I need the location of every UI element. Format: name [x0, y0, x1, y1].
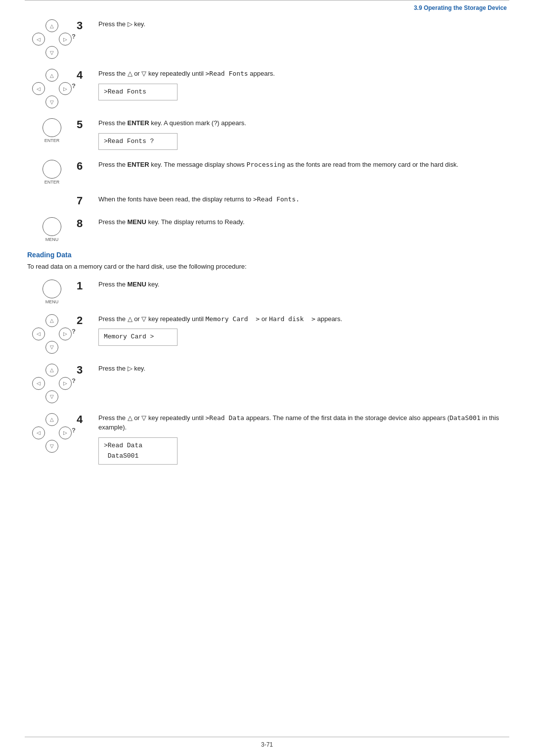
- step-content-r3: Press the ▷ key.: [98, 363, 507, 377]
- display-box-r2: Memory Card >: [98, 329, 178, 346]
- step-number-3: 3: [77, 19, 94, 32]
- enter-key-6: ENTER: [43, 160, 61, 185]
- dpad-icon-r3: △ ◁ ▷ ▽ ?: [32, 364, 72, 403]
- dpad-question-mark: ?: [72, 33, 76, 40]
- step-text-r2: Press the △ or ▽ key repeatedly until Me…: [98, 314, 507, 324]
- dpad-right-btn-4: ▷: [59, 82, 72, 95]
- step-text-6: Press the ENTER key. The message display…: [98, 160, 507, 170]
- step-row-8: MENU 8 Press the MENU key. The display r…: [27, 216, 507, 242]
- enter-btn-5: [43, 118, 61, 137]
- dpad-right-btn: ▷: [59, 33, 72, 46]
- dpad-up-btn-r3: △: [45, 364, 58, 377]
- dpad-down-btn-r2: ▽: [45, 341, 58, 354]
- dpad-down-btn-r4: ▽: [45, 440, 58, 453]
- step-number-8: 8: [77, 217, 94, 230]
- key-diagram-dpad-r2: △ ◁ ▷ ▽ ?: [27, 313, 77, 354]
- step-text-r4: Press the △ or ▽ key repeatedly until >R…: [98, 413, 507, 432]
- step-row-r3: △ ◁ ▷ ▽ ? 3 Press the ▷ key.: [27, 363, 507, 403]
- page: 3.9 Operating the Storage Device △ ◁ ▷ ▽…: [0, 0, 534, 756]
- step-content-r1: Press the MENU key.: [98, 279, 507, 292]
- step-content-r2: Press the △ or ▽ key repeatedly until Me…: [98, 313, 507, 346]
- enter-label-5: ENTER: [44, 138, 60, 143]
- step-content-5: Press the ENTER key. A question mark (?)…: [98, 117, 507, 150]
- key-diagram-dpad-3: △ ◁ ▷ ▽ ?: [27, 18, 77, 59]
- key-diagram-dpad-4: △ ◁ ▷ ▽ ?: [27, 68, 77, 108]
- dpad-question-mark-r4: ?: [72, 426, 76, 434]
- enter-label-6: ENTER: [44, 180, 60, 185]
- dpad-left-btn-r4: ◁: [32, 426, 45, 439]
- page-number: 3-71: [0, 741, 534, 748]
- bottom-rule: [25, 737, 509, 737]
- step-number-r2: 2: [77, 314, 94, 327]
- dpad-right-btn-r4: ▷: [59, 426, 72, 439]
- step-number-5: 5: [77, 118, 94, 131]
- key-diagram-menu-r1: MENU: [27, 279, 77, 304]
- step-content-6: Press the ENTER key. The message display…: [98, 159, 507, 173]
- step-text-r1: Press the MENU key.: [98, 280, 507, 289]
- step-row-5: ENTER 5 Press the ENTER key. A question …: [27, 117, 507, 150]
- step-text-3: Press the ▷ key.: [98, 19, 507, 29]
- dpad-up-btn: △: [45, 19, 58, 32]
- display-box-5: >Read Fonts ?: [98, 133, 178, 150]
- dpad-icon-r4: △ ◁ ▷ ▽ ?: [32, 413, 72, 453]
- dpad-icon-r2: △ ◁ ▷ ▽ ?: [32, 314, 72, 354]
- key-diagram-dpad-r3: △ ◁ ▷ ▽ ?: [27, 363, 77, 403]
- key-diagram-empty-7: [27, 193, 77, 194]
- step-content-r4: Press the △ or ▽ key repeatedly until >R…: [98, 412, 507, 465]
- key-diagram-enter-6: ENTER: [27, 159, 77, 185]
- step-row-r1: MENU 1 Press the MENU key.: [27, 279, 507, 304]
- dpad-left-btn-r3: ◁: [32, 377, 45, 390]
- dpad-left-btn-r2: ◁: [32, 328, 45, 340]
- step-row-r2: △ ◁ ▷ ▽ ? 2 Press the △ or ▽ key repeate…: [27, 313, 507, 354]
- step-number-4: 4: [77, 69, 94, 82]
- key-diagram-menu-8: MENU: [27, 216, 77, 242]
- menu-key-8: MENU: [43, 217, 61, 242]
- step-number-6: 6: [77, 160, 94, 173]
- dpad-down-btn: ▽: [45, 46, 58, 59]
- dpad-left-btn: ◁: [32, 33, 45, 46]
- step-row-r4: △ ◁ ▷ ▽ ? 4 Press the △ or ▽ key repeate…: [27, 412, 507, 465]
- menu-btn-r1: [43, 280, 61, 298]
- key-diagram-enter-5: ENTER: [27, 117, 77, 143]
- dpad-question-mark-r2: ?: [72, 328, 76, 335]
- display-box-r4: >Read Data DataS001: [98, 437, 178, 465]
- header-title: 3.9 Operating the Storage Device: [414, 4, 507, 11]
- content: △ ◁ ▷ ▽ ? 3 Press the ▷ key. △ ◁ ▷ ▽: [0, 13, 534, 483]
- dpad-down-btn-r3: ▽: [45, 390, 58, 403]
- dpad-right-btn-r3: ▷: [59, 377, 72, 390]
- step-text-8: Press the MENU key. The display returns …: [98, 217, 507, 227]
- step-row-4: △ ◁ ▷ ▽ ? 4 Press the △ or ▽ key repeate…: [27, 68, 507, 108]
- step-content-3: Press the ▷ key.: [98, 18, 507, 32]
- enter-key-5: ENTER: [43, 118, 61, 143]
- step-content-4: Press the △ or ▽ key repeatedly until >R…: [98, 68, 507, 100]
- key-diagram-dpad-r4: △ ◁ ▷ ▽ ?: [27, 412, 77, 453]
- header-row: 3.9 Operating the Storage Device: [0, 0, 534, 13]
- step-number-r1: 1: [77, 280, 94, 292]
- reading-data-heading: Reading Data: [27, 251, 507, 259]
- dpad-up-btn-r2: △: [45, 314, 58, 327]
- step-text-r3: Press the ▷ key.: [98, 364, 507, 374]
- dpad-left-btn-4: ◁: [32, 82, 45, 95]
- menu-label-r1: MENU: [45, 299, 59, 304]
- dpad-question-mark-4: ?: [72, 82, 76, 90]
- menu-btn-8: [43, 217, 61, 236]
- step-text-4: Press the △ or ▽ key repeatedly until >R…: [98, 69, 507, 79]
- step-row-7: 7 When the fonts have been read, the dis…: [27, 193, 507, 207]
- step-number-r4: 4: [77, 413, 94, 426]
- display-box-4: >Read Fonts: [98, 84, 178, 101]
- menu-key-r1: MENU: [43, 280, 61, 304]
- step-row-6: ENTER 6 Press the ENTER key. The message…: [27, 159, 507, 185]
- step-text-5: Press the ENTER key. A question mark (?)…: [98, 118, 507, 128]
- step-text-7: When the fonts have been read, the displ…: [98, 194, 507, 204]
- step-number-7: 7: [77, 194, 94, 207]
- enter-btn-6: [43, 160, 61, 179]
- dpad-up-btn-r4: △: [45, 413, 58, 426]
- reading-data-intro: To read data on a memory card or the har…: [27, 262, 507, 272]
- dpad-icon-4: △ ◁ ▷ ▽ ?: [32, 69, 72, 108]
- dpad-question-mark-r3: ?: [72, 377, 76, 384]
- step-content-8: Press the MENU key. The display returns …: [98, 216, 507, 230]
- dpad-icon: △ ◁ ▷ ▽ ?: [32, 19, 72, 59]
- step-row-3: △ ◁ ▷ ▽ ? 3 Press the ▷ key.: [27, 18, 507, 59]
- dpad-down-btn-4: ▽: [45, 95, 58, 108]
- dpad-up-btn-4: △: [45, 69, 58, 82]
